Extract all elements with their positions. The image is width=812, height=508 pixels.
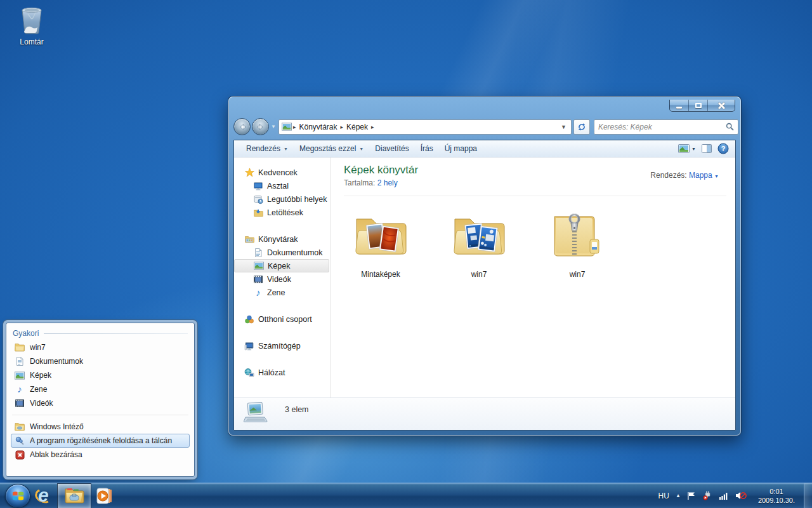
breadcrumb-chevron[interactable]: ▸ xyxy=(370,124,376,130)
show-hidden-icons-button[interactable]: ▲ xyxy=(676,493,681,498)
action-center-flag-icon[interactable] xyxy=(687,491,696,500)
star-icon xyxy=(244,168,254,178)
sidebar-label: Asztal xyxy=(267,182,289,190)
organize-menu[interactable]: Rendezés ▼ xyxy=(240,142,294,156)
desktop-wallpaper: Lomtár ▼ ▸ Könyvtárak ▸ Képek xyxy=(0,0,812,508)
volume-muted-icon[interactable] xyxy=(735,491,747,500)
sidebar-label: Képek xyxy=(268,262,290,271)
folder-mintakepek[interactable]: Mintaképek xyxy=(350,201,411,279)
pin-icon xyxy=(15,436,25,446)
explorer-body: Kedvencek Asztal Legutóbbi helyek xyxy=(234,157,735,398)
sidebar-item-libraries[interactable]: Könyvtárak xyxy=(234,232,331,246)
sidebar-item-downloads[interactable]: Letöltések xyxy=(234,206,331,219)
toolbar-right-icons: ▼ ? xyxy=(678,143,729,154)
jumplist-item-label: A program rögzítésének feloldása a tálcá… xyxy=(30,436,172,445)
refresh-button[interactable] xyxy=(573,119,590,135)
maximize-button[interactable] xyxy=(689,100,708,111)
folder-icon xyxy=(15,342,25,352)
new-folder-label: Új mappa xyxy=(445,144,477,153)
music-icon: ♪ xyxy=(253,288,263,298)
power-status-icon[interactable] xyxy=(702,491,712,500)
language-indicator[interactable]: HU xyxy=(658,491,669,500)
jumplist-close-window[interactable]: Ablak bezárása xyxy=(11,448,190,462)
jumplist-item-pictures[interactable]: Képek xyxy=(11,368,190,382)
arrange-value[interactable]: Mappa xyxy=(689,171,712,180)
jumplist-item-documents[interactable]: Dokumentumok xyxy=(11,354,190,368)
sidebar-item-music[interactable]: ♪ Zene xyxy=(234,286,331,299)
back-button[interactable] xyxy=(233,118,251,135)
share-label: Megosztás ezzel xyxy=(299,144,356,153)
window-controls xyxy=(669,100,735,112)
sidebar-item-videos[interactable]: Videók xyxy=(234,272,331,286)
breadcrumb-chevron[interactable]: ▸ xyxy=(292,124,298,130)
arrange-label: Rendezés: xyxy=(650,171,686,180)
new-folder-button[interactable]: Új mappa xyxy=(439,142,483,156)
videos-icon xyxy=(15,398,25,408)
search-input[interactable] xyxy=(598,123,726,131)
jumplist-item-label: Videók xyxy=(30,399,53,408)
breadcrumb-pictures[interactable]: Képek xyxy=(344,123,370,131)
sidebar-item-homegroup[interactable]: Otthoni csoport xyxy=(234,312,331,326)
jumplist-item-label: Ablak bezárása xyxy=(30,450,82,459)
sidebar-label: Otthoni csoport xyxy=(258,315,312,324)
dropdown-icon: ▼ xyxy=(359,147,363,151)
pictures-icon xyxy=(254,261,264,271)
libraries-icon xyxy=(244,234,254,244)
show-desktop-button[interactable] xyxy=(804,483,812,508)
sidebar-item-computer[interactable]: Számítógép xyxy=(234,339,331,352)
slideshow-button[interactable]: Diavetítés xyxy=(369,142,414,156)
jumplist-section-header: Gyakori xyxy=(11,329,190,340)
search-icon[interactable] xyxy=(726,123,734,131)
jumplist-item-videos[interactable]: Videók xyxy=(11,396,190,410)
address-bar[interactable]: ▸ Könyvtárak ▸ Képek ▸ ▼ xyxy=(278,119,572,135)
picture-folder-icon xyxy=(350,201,411,266)
taskbar-clock[interactable]: 0:01 2009.10.30. xyxy=(753,487,800,505)
sidebar-item-documents[interactable]: Dokumentumok xyxy=(234,246,331,259)
close-button[interactable] xyxy=(708,100,735,111)
clock-time: 0:01 xyxy=(758,487,795,496)
burn-button[interactable]: Írás xyxy=(415,142,439,156)
recycle-bin[interactable]: Lomtár xyxy=(8,5,56,51)
help-button[interactable]: ? xyxy=(717,143,729,154)
taskbar-ie-icon[interactable]: e xyxy=(30,483,57,508)
breadcrumb-libraries[interactable]: Könyvtárak xyxy=(297,123,339,131)
start-button[interactable] xyxy=(5,484,30,508)
forward-button[interactable] xyxy=(252,118,269,135)
jumplist-item-music[interactable]: ♪ Zene xyxy=(11,382,190,396)
breadcrumb-chevron[interactable]: ▸ xyxy=(339,124,344,130)
network-icon xyxy=(244,368,254,378)
history-dropdown[interactable]: ▼ xyxy=(271,124,276,130)
folder-label: win7 xyxy=(449,270,509,279)
jumplist-item-win7[interactable]: win7 xyxy=(11,340,190,354)
preview-pane-icon xyxy=(702,144,712,153)
views-button[interactable]: ▼ xyxy=(678,144,696,153)
minimize-button[interactable] xyxy=(670,100,689,111)
library-subtitle: Tartalma: 2 hely xyxy=(344,178,726,187)
preview-pane-button[interactable] xyxy=(702,144,712,153)
locations-link[interactable]: 2 hely xyxy=(377,178,398,187)
sidebar-item-favorites[interactable]: Kedvencek xyxy=(234,166,331,179)
jumplist-unpin-item[interactable]: A program rögzítésének feloldása a tálcá… xyxy=(11,434,190,448)
folder-win7[interactable]: win7 xyxy=(449,201,509,279)
folder-label: Mintaképek xyxy=(350,270,411,279)
taskbar-wmp-icon[interactable] xyxy=(91,483,118,508)
pictures-library-icon xyxy=(282,122,292,132)
pictures-icon xyxy=(15,370,25,380)
sidebar-item-network[interactable]: Hálózat xyxy=(234,366,331,379)
burn-label: Írás xyxy=(421,144,433,153)
taskbar: e HU ▲ xyxy=(0,483,812,508)
zip-win7[interactable]: win7 xyxy=(547,201,608,279)
jumplist-launch-explorer[interactable]: Windows Intéző xyxy=(11,420,190,434)
address-dropdown[interactable]: ▼ xyxy=(559,124,568,130)
music-icon: ♪ xyxy=(15,384,25,394)
sidebar-item-recent-places[interactable]: Legutóbbi helyek xyxy=(234,192,331,206)
sidebar-item-desktop[interactable]: Asztal xyxy=(234,179,331,192)
dropdown-icon[interactable]: ▼ xyxy=(714,174,719,178)
share-menu[interactable]: Megosztás ezzel ▼ xyxy=(294,142,369,156)
network-signal-icon[interactable] xyxy=(719,491,729,500)
taskbar-explorer-button[interactable] xyxy=(57,483,91,508)
sidebar-item-pictures[interactable]: Képek xyxy=(234,259,329,272)
back-arrow-icon xyxy=(238,123,247,131)
explorer-icon xyxy=(15,422,25,432)
homegroup-icon xyxy=(244,314,254,324)
